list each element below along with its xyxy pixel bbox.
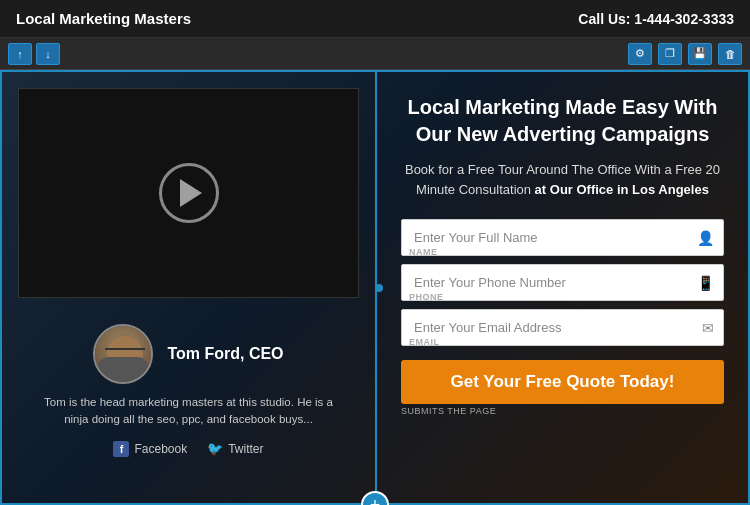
bio-section: Tom Ford, CEO Tom is the head marketing … — [18, 314, 359, 467]
play-icon — [180, 179, 202, 207]
submit-button[interactable]: Get Your Free Quote Today! — [401, 360, 724, 404]
phone-label: PHONE — [409, 292, 444, 302]
toolbar-right: ⚙ ❐ 💾 🗑 — [628, 43, 742, 65]
bio-name-text: Tom Ford — [167, 345, 240, 362]
main-headline: Local Marketing Made Easy With Our New A… — [401, 94, 724, 148]
bio-title: , CEO — [240, 345, 284, 362]
toolbar: ↑ ↓ ⚙ ❐ 💾 🗑 — [0, 38, 750, 70]
move-up-button[interactable]: ↑ — [8, 43, 32, 65]
twitter-label: Twitter — [228, 442, 263, 456]
phone-input[interactable] — [401, 264, 724, 301]
toolbar-left: ↑ ↓ — [8, 43, 60, 65]
phone-field-group: 📱 PHONE — [401, 264, 724, 301]
phone-number: 1-444-302-3333 — [634, 11, 734, 27]
person-icon: 👤 — [697, 230, 714, 246]
bio-name: Tom Ford, CEO — [167, 345, 283, 363]
facebook-link[interactable]: f Facebook — [113, 441, 187, 457]
email-field-group: ✉ EMAIL — [401, 309, 724, 346]
facebook-icon: f — [113, 441, 129, 457]
call-label: Call Us: — [578, 11, 634, 27]
right-panel: Local Marketing Made Easy With Our New A… — [377, 72, 748, 503]
email-label: EMAIL — [409, 337, 440, 347]
facebook-label: Facebook — [134, 442, 187, 456]
twitter-link[interactable]: 🐦 Twitter — [207, 441, 263, 457]
move-down-button[interactable]: ↓ — [36, 43, 60, 65]
panel-divider — [375, 284, 383, 292]
twitter-icon: 🐦 — [207, 441, 223, 456]
bio-row: Tom Ford, CEO — [93, 324, 283, 384]
name-label: NAME — [409, 247, 438, 257]
header: Local Marketing Masters Call Us: 1-444-3… — [0, 0, 750, 38]
name-field-group: 👤 NAME — [401, 219, 724, 256]
copy-button[interactable]: ❐ — [658, 43, 682, 65]
logo-bold: Masters — [134, 10, 191, 27]
logo: Local Marketing Masters — [16, 10, 191, 27]
submit-group: Get Your Free Quote Today! SUBMITS THE P… — [401, 354, 724, 416]
settings-button[interactable]: ⚙ — [628, 43, 652, 65]
email-icon: ✉ — [702, 320, 714, 336]
bio-description: Tom is the head marketing masters at thi… — [18, 394, 359, 429]
header-phone: Call Us: 1-444-302-3333 — [578, 11, 734, 27]
delete-button[interactable]: 🗑 — [718, 43, 742, 65]
subheadline-bold: at Our Office in Los Angeles — [535, 182, 709, 197]
email-input[interactable] — [401, 309, 724, 346]
video-player[interactable] — [18, 88, 359, 298]
social-links: f Facebook 🐦 Twitter — [113, 441, 263, 457]
left-panel: Tom Ford, CEO Tom is the head marketing … — [2, 72, 377, 503]
sub-headline: Book for a Free Tour Around The Office W… — [401, 160, 724, 199]
name-input[interactable] — [401, 219, 724, 256]
avatar — [93, 324, 153, 384]
main-content: Tom Ford, CEO Tom is the head marketing … — [0, 70, 750, 505]
play-button[interactable] — [159, 163, 219, 223]
video-overlay — [19, 89, 358, 297]
phone-icon: 📱 — [697, 275, 714, 291]
save-button[interactable]: 💾 — [688, 43, 712, 65]
submit-sublabel: SUBMITS THE PAGE — [401, 406, 724, 416]
logo-text: Local Marketing — [16, 10, 134, 27]
